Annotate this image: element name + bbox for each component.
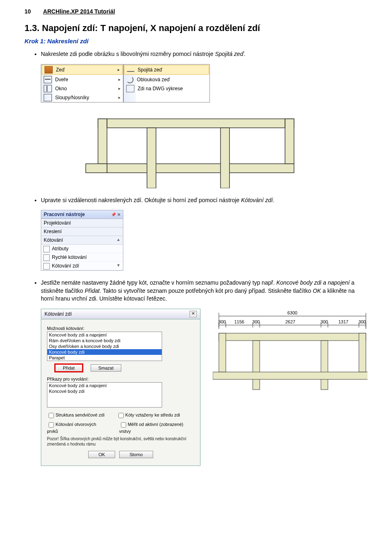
quick-dim-icon bbox=[43, 254, 50, 261]
svg-rect-24 bbox=[253, 341, 260, 390]
attributes-icon bbox=[43, 246, 50, 252]
dim-seg: 300 bbox=[252, 319, 260, 324]
svg-rect-5 bbox=[220, 128, 229, 188]
menu-item-window[interactable]: Okno▸ bbox=[41, 84, 123, 93]
list-item[interactable]: Koncové body zdi a napojení bbox=[47, 383, 162, 388]
dialog-titlebar: Kótování zdí ✕ bbox=[41, 309, 200, 319]
check-sandwich[interactable]: Struktura sendvičové zdi bbox=[47, 412, 105, 419]
tool-item-kotovani-zdi[interactable]: Kótování zdí▼ bbox=[41, 262, 123, 270]
menu-item-arc-wall[interactable]: Oblouková zeď bbox=[124, 75, 209, 84]
dim-seg: 300 bbox=[218, 319, 226, 324]
tool-panel: Pracovní nástroje 📌 ✕ Projektování Kresl… bbox=[41, 210, 123, 271]
check-active-layer[interactable]: Měřit od aktivní (zobrazené) vrstvy bbox=[119, 421, 194, 434]
bullet-distances: Upravte si vzdálenosti nakreslených zdí.… bbox=[41, 196, 368, 205]
list-item[interactable]: Rám dveří/oken a koncové body zdi bbox=[47, 338, 162, 343]
scroll-down-icon[interactable]: ▼ bbox=[116, 263, 120, 269]
svg-rect-22 bbox=[219, 333, 226, 372]
listbox-options[interactable]: Koncové body zdi a napojení Rám dveří/ok… bbox=[47, 332, 162, 361]
dim-seg: 1317 bbox=[339, 319, 348, 324]
pin-close-icons[interactable]: 📌 ✕ bbox=[111, 212, 120, 217]
menu-column-right: Spojitá zeď Oblouková zeď Zdi na DWG výk… bbox=[123, 64, 210, 102]
bullet-dim-types: Jestliže nemáte nastaveny žádné typy kót… bbox=[41, 279, 368, 303]
dim-seg: 300 bbox=[321, 319, 328, 324]
ok-button[interactable]: OK bbox=[88, 451, 115, 458]
svg-rect-3 bbox=[285, 119, 294, 164]
wall-icon bbox=[45, 66, 53, 74]
dim-seg: 1156 bbox=[234, 319, 244, 324]
list-item[interactable]: Koncové body zdi bbox=[47, 388, 162, 394]
menu-item-walls-dwg[interactable]: Zdi na DWG výkrese bbox=[124, 84, 209, 93]
submenu-arrow-icon: ▸ bbox=[118, 77, 120, 82]
menu-flyout: Zeď▸ Dveře▸ Okno▸ Sloupy/Nosníky▸ Spojit… bbox=[41, 64, 368, 102]
submenu-arrow-icon: ▸ bbox=[118, 95, 120, 100]
wall-drawing bbox=[82, 111, 310, 188]
tool-item-rychle[interactable]: Rychlé kótování bbox=[41, 253, 123, 262]
svg-rect-23 bbox=[359, 333, 366, 372]
page-header: 10 ARCHline.XP 2014 Tutoriál bbox=[24, 8, 368, 15]
svg-rect-26 bbox=[213, 372, 368, 379]
dimensioned-wall-drawing: 6300 300 1156 300 2627 300 1317 300 bbox=[213, 309, 368, 390]
dimension-dialog: Kótování zdí ✕ Možnosti kótování: Koncov… bbox=[41, 309, 200, 466]
tool-sub-kotovani[interactable]: Kótování ▲ bbox=[41, 236, 123, 245]
list-item[interactable]: Koncové body zdi a napojení bbox=[47, 332, 162, 338]
close-icon[interactable]: ✕ bbox=[189, 311, 197, 317]
page-number: 10 bbox=[24, 8, 31, 15]
svg-rect-25 bbox=[321, 341, 328, 390]
submenu-arrow-icon: ▸ bbox=[118, 67, 120, 72]
door-icon bbox=[44, 76, 52, 83]
column-icon bbox=[44, 94, 52, 101]
svg-rect-0 bbox=[98, 119, 294, 128]
line-icon bbox=[127, 71, 134, 72]
list-item[interactable]: Osy dveří/oken a koncové body zdi bbox=[47, 343, 162, 349]
menu-item-wall[interactable]: Zeď▸ bbox=[42, 65, 122, 75]
tool-sub-projektovani[interactable]: Projektování bbox=[41, 219, 123, 227]
menu-item-door[interactable]: Dveře▸ bbox=[41, 75, 123, 84]
section-heading: 1.3. Napojení zdí: T napojení, X napojen… bbox=[24, 23, 368, 33]
svg-rect-4 bbox=[147, 128, 156, 188]
svg-rect-2 bbox=[107, 164, 294, 173]
svg-rect-21 bbox=[219, 333, 366, 341]
delete-button[interactable]: Smazat bbox=[91, 364, 121, 372]
label-commands: Příkazy pro vyvolání: bbox=[47, 377, 194, 381]
add-button[interactable]: Přidat bbox=[55, 364, 82, 372]
wall-dim-icon bbox=[43, 263, 50, 270]
menu-item-column[interactable]: Sloupy/Nosníky▸ bbox=[41, 93, 123, 102]
bullet-draw-walls: Nakreslete zdi podle obrázku s libovolný… bbox=[41, 50, 368, 58]
cancel-button[interactable]: Storno bbox=[119, 451, 153, 458]
label-options: Možnosti kótování: bbox=[47, 326, 194, 331]
scroll-up-icon[interactable]: ▲ bbox=[116, 237, 120, 243]
tool-item-atributy[interactable]: Atributy bbox=[41, 245, 123, 253]
dim-seg: 2627 bbox=[285, 319, 295, 324]
list-item[interactable]: Parapet bbox=[47, 355, 162, 361]
menu-column-left: Zeď▸ Dveře▸ Okno▸ Sloupy/Nosníky▸ bbox=[41, 64, 123, 102]
doc-title: ARCHline.XP 2014 Tutoriál bbox=[43, 8, 115, 15]
dialog-note: Pozor! Šířka otvorových prvků může být k… bbox=[47, 436, 194, 447]
dwg-icon bbox=[126, 85, 134, 92]
submenu-arrow-icon: ▸ bbox=[118, 86, 120, 91]
svg-rect-6 bbox=[86, 164, 107, 173]
listbox-commands[interactable]: Koncové body zdi a napojení Koncové body… bbox=[47, 382, 162, 408]
check-openings[interactable]: Kótování otvorových prvků bbox=[47, 421, 107, 434]
svg-rect-1 bbox=[98, 119, 107, 164]
tool-sub-kresleni[interactable]: Kreslení bbox=[41, 227, 123, 236]
tool-panel-header: Pracovní nástroje 📌 ✕ bbox=[41, 210, 123, 219]
step-1-title: Krok 1: Nakreslení zdí bbox=[24, 38, 368, 45]
dim-total: 6300 bbox=[287, 310, 297, 315]
arc-icon bbox=[126, 76, 134, 83]
dim-seg: 300 bbox=[359, 319, 366, 324]
window-icon bbox=[44, 85, 52, 92]
list-item[interactable]: Koncové body zdi bbox=[47, 349, 162, 355]
menu-item-polyline-wall[interactable]: Spojitá zeď bbox=[124, 65, 209, 75]
check-center[interactable]: Kóty vztaženy ke středu zdi bbox=[117, 412, 180, 419]
